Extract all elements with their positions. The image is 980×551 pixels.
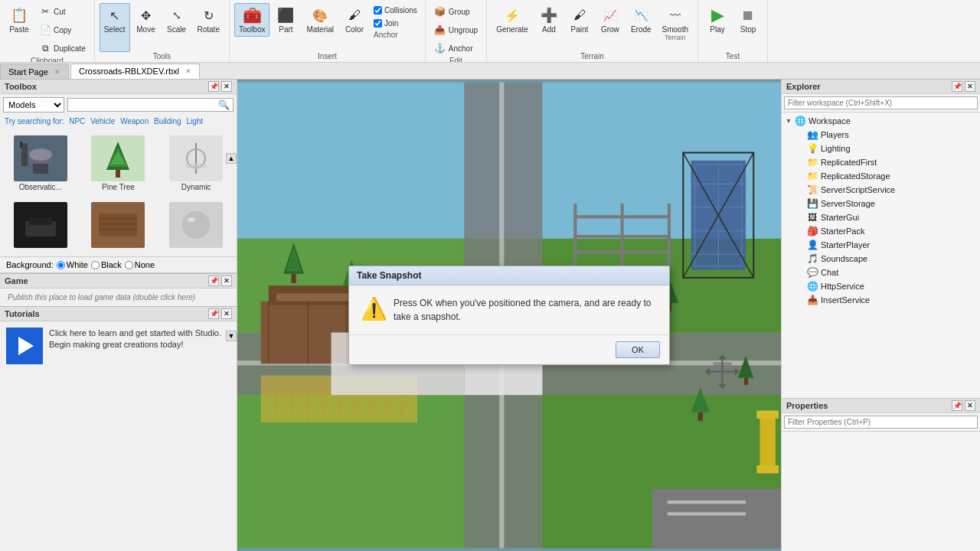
properties-close-btn[interactable]: ✕ [965, 400, 975, 411]
dialog-message: Press OK when you've positioned the came… [394, 296, 657, 324]
color-button[interactable]: 🖌 Color [340, 3, 369, 37]
add-terrain-button[interactable]: ➕ Add [534, 3, 564, 37]
toolbox-item-4[interactable] [3, 198, 78, 253]
tutorials-text: Click here to learn and get started with… [49, 328, 230, 351]
properties-pin-btn[interactable]: 📌 [952, 400, 962, 411]
svg-rect-5 [116, 170, 120, 178]
paint-button[interactable]: 🖌 Paint [565, 3, 594, 37]
play-button[interactable]: ▶ Play [703, 3, 732, 52]
anchor-edit-button[interactable]: ⚓Anchor [430, 40, 482, 57]
tree-node-workspace[interactable]: ▼ 🌐 Workspace [782, 114, 980, 128]
game-section: Game 📌 ✕ Publish this place to load game… [0, 273, 237, 306]
rotate-button[interactable]: ↻ Rotate [193, 3, 224, 52]
suggestions-label: Try searching for: [5, 117, 64, 126]
group-button[interactable]: 📦Group [430, 3, 482, 20]
toolbox-item-pine-tree[interactable]: Pine Tree [81, 132, 156, 195]
collisions-check[interactable]: Collisions [371, 5, 420, 16]
smooth-button[interactable]: 〰 Smooth Terrain [658, 3, 693, 44]
explorer-pin-btn[interactable]: 📌 [952, 81, 962, 92]
svg-rect-17 [99, 228, 137, 230]
tree-node-players[interactable]: 👥 Players [782, 128, 980, 142]
tab-crossroads[interactable]: Crossroads-RBLXDEV.rbxl ✕ [70, 64, 200, 79]
copy-button[interactable]: 📄Copy [35, 21, 90, 38]
http-service-icon: 🌐 [806, 280, 818, 292]
bg-none-option[interactable]: None [125, 260, 155, 269]
scale-button[interactable]: ⤡ Scale [162, 3, 191, 52]
ungroup-button[interactable]: 📤Ungroup [430, 21, 482, 38]
tree-node-starter-gui[interactable]: 🖼 StarterGui [782, 210, 980, 224]
grow-button[interactable]: 📈 Grow [596, 3, 625, 37]
generate-button[interactable]: ⚡ Generate [492, 3, 533, 37]
tree-node-http-service[interactable]: 🌐 HttpService [782, 279, 980, 293]
tools-label: Tools [153, 52, 171, 60]
move-button[interactable]: ✥ Move [132, 3, 161, 52]
viewport[interactable]: Take Snapshot ⚠️ Press OK when you've po… [237, 80, 781, 551]
tab-close-crossroads[interactable]: ✕ [185, 67, 191, 75]
replicated-storage-label: ReplicatedStorage [821, 171, 890, 181]
bg-black-option[interactable]: Black [91, 260, 122, 269]
tree-node-starter-player[interactable]: 👤 StarterPlayer [782, 238, 980, 252]
model-type-select[interactable]: Models Plugins Audio Images Meshes [3, 97, 64, 112]
tree-node-server-script[interactable]: 📜 ServerScriptService [782, 183, 980, 197]
material-button[interactable]: 🎨 Material [302, 3, 338, 37]
toolbox-scroll-up[interactable]: ▲ [226, 153, 237, 164]
tree-node-soundscape[interactable]: 🎵 Soundscape [782, 252, 980, 266]
explorer-filter-input[interactable] [784, 96, 978, 109]
game-publish-text[interactable]: Publish this place to load game data (do… [0, 289, 237, 306]
suggestion-vehicle[interactable]: Vehicle [90, 117, 115, 126]
part-button[interactable]: ⬛ Part [271, 3, 300, 37]
suggestion-light[interactable]: Light [186, 117, 203, 126]
background-selector: Background: White Black None [0, 256, 237, 273]
toolbox-button[interactable]: 🧰 Toolbox [234, 3, 270, 37]
tree-node-chat[interactable]: 💬 Chat [782, 266, 980, 279]
stop-button[interactable]: ⏹ Stop [733, 3, 763, 52]
insert-section: 🧰 Toolbox ⬛ Part 🎨 Material 🖌 Color Coll… [230, 0, 426, 62]
http-service-label: HttpService [821, 282, 864, 291]
svg-marker-20 [18, 337, 34, 355]
suggestion-npc[interactable]: NPC [69, 117, 85, 126]
properties-filter-input[interactable] [784, 416, 978, 429]
take-snapshot-dialog: Take Snapshot ⚠️ Press OK when you've po… [348, 266, 670, 365]
bg-white-option[interactable]: White [57, 260, 88, 269]
svg-point-19 [188, 217, 195, 222]
anchor-label: Anchor [371, 31, 420, 39]
select-button[interactable]: ↖ Select [100, 3, 130, 52]
toolbox-search-input[interactable] [71, 100, 218, 109]
erode-button[interactable]: 📉 Erode [626, 3, 656, 37]
toolbox-item-observatory[interactable]: Observatic... [3, 132, 78, 195]
cut-button[interactable]: ✂Cut [35, 3, 90, 20]
tree-node-replicated-storage[interactable]: 📁 ReplicatedStorage [782, 169, 980, 183]
tab-close-start[interactable]: ✕ [54, 68, 60, 76]
tree-node-lighting[interactable]: 💡 Lighting [782, 142, 980, 155]
tree-node-starter-pack[interactable]: 🎒 StarterPack [782, 224, 980, 238]
server-script-label: ServerScriptService [821, 185, 895, 194]
starter-gui-icon: 🖼 [806, 211, 818, 223]
replicated-first-icon: 📁 [806, 156, 818, 168]
tab-start[interactable]: Start Page ✕ [0, 64, 69, 79]
toolbox-item-dynamic[interactable]: Dynamic [158, 132, 234, 195]
tree-node-insert-service[interactable]: 📥 InsertService [782, 293, 980, 307]
suggestion-weapon[interactable]: Weapon [120, 117, 149, 126]
server-storage-label: ServerStorage [821, 199, 875, 208]
tree-node-replicated-first[interactable]: 📁 ReplicatedFirst [782, 155, 980, 169]
toolbox-pin-btn[interactable]: 📌 [208, 81, 219, 92]
game-pin-btn[interactable]: 📌 [208, 276, 219, 286]
explorer-close-btn[interactable]: ✕ [965, 81, 975, 92]
players-label: Players [821, 130, 849, 139]
tutorials-icon[interactable] [6, 328, 43, 364]
toolbox-close-btn[interactable]: ✕ [221, 81, 232, 92]
toolbox-item-5[interactable] [81, 198, 156, 253]
clipboard-section: 📋 Paste ✂Cut 📄Copy ⧉Duplicate Clipboard [0, 0, 95, 62]
tutorials-pin-btn[interactable]: 📌 [208, 308, 219, 319]
toolbox-item-6[interactable] [158, 198, 234, 253]
suggestion-building[interactable]: Building [154, 117, 181, 126]
duplicate-button[interactable]: ⧉Duplicate [35, 40, 90, 57]
game-header: Game 📌 ✕ [0, 274, 237, 289]
tree-node-server-storage[interactable]: 💾 ServerStorage [782, 197, 980, 210]
join-check[interactable]: Join [371, 18, 420, 29]
toolbox-scroll-down[interactable]: ▼ [226, 331, 237, 341]
starter-player-label: StarterPlayer [821, 240, 870, 249]
dialog-ok-button[interactable]: OK [616, 341, 660, 358]
paste-button[interactable]: 📋 Paste [5, 3, 34, 57]
tutorials-header: Tutorials 📌 ✕ [0, 307, 237, 321]
